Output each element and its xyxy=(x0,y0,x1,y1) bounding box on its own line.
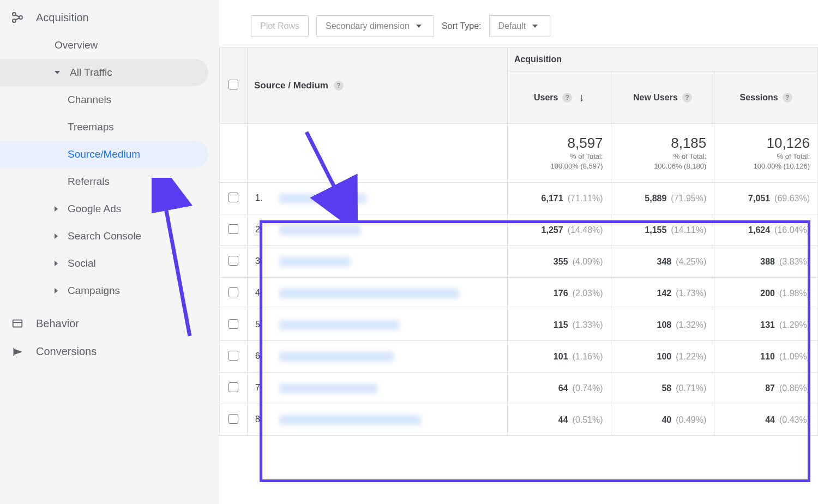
report-table: Source / Medium ? Acquisition Users ? ↓ xyxy=(219,47,818,436)
sidebar-item-channels[interactable]: Channels xyxy=(0,86,208,113)
table-row: 7.64(0.74%)58(0.71%)87(0.86%) xyxy=(220,373,818,404)
sidebar-item-label: Social xyxy=(68,257,96,269)
sessions-cell: 7,051(69.63%) xyxy=(714,183,818,214)
total-new-users: 8,185 % of Total: 100.06% (8,180) xyxy=(611,124,714,183)
sort-type-label: Sort Type: xyxy=(442,21,482,31)
column-header-sessions[interactable]: Sessions ? xyxy=(714,71,818,124)
sidebar-behavior-label: Behavior xyxy=(36,317,79,330)
sidebar-item-google-ads[interactable]: Google Ads xyxy=(0,195,208,223)
chevron-right-icon xyxy=(55,261,58,266)
sort-type-dropdown[interactable]: Default xyxy=(489,15,551,37)
row-checkbox[interactable] xyxy=(228,382,238,392)
redacted-source-medium xyxy=(279,194,366,203)
column-header-new-users[interactable]: New Users ? xyxy=(611,71,714,124)
sessions-cell: 388(3.83%) xyxy=(714,246,818,278)
conversions-icon xyxy=(11,346,24,357)
dimension-cell[interactable]: 2. xyxy=(247,214,507,246)
row-checkbox[interactable] xyxy=(228,351,238,361)
row-checkbox[interactable] xyxy=(228,224,238,234)
svg-point-0 xyxy=(13,13,16,16)
redacted-source-medium xyxy=(279,257,350,267)
help-icon[interactable]: ? xyxy=(334,81,344,91)
help-icon[interactable]: ? xyxy=(682,93,692,103)
secondary-dimension-dropdown[interactable]: Secondary dimension xyxy=(316,15,434,37)
chevron-down-icon xyxy=(416,25,422,28)
table-row: 6.101(1.16%)100(1.22%)110(1.09%) xyxy=(220,341,818,373)
total-sessions: 10,126 % of Total: 100.00% (10,126) xyxy=(714,124,818,183)
row-checkbox[interactable] xyxy=(228,256,238,266)
table-row: 2.1,257(14.48%)1,155(14.11%)1,624(16.04%… xyxy=(220,214,818,246)
new-users-cell: 58(0.71%) xyxy=(611,373,714,404)
new-users-cell: 40(0.49%) xyxy=(611,404,714,436)
dimension-cell[interactable]: 8. xyxy=(247,404,507,436)
sidebar-section-conversions[interactable]: Conversions xyxy=(0,338,219,365)
dimension-cell[interactable]: 7. xyxy=(247,373,507,404)
toolbar: Plot Rows Secondary dimension Sort Type:… xyxy=(219,10,818,47)
sessions-cell: 131(1.29%) xyxy=(714,309,818,341)
row-checkbox[interactable] xyxy=(228,287,238,297)
sidebar-item-label: Channels xyxy=(68,94,111,106)
row-checkbox[interactable] xyxy=(228,193,238,202)
svg-point-1 xyxy=(13,19,16,22)
sidebar-item-label: Referrals xyxy=(68,176,110,188)
chevron-down-icon xyxy=(55,71,60,74)
main-content: Plot Rows Secondary dimension Sort Type:… xyxy=(219,0,818,504)
sidebar-section-behavior[interactable]: Behavior xyxy=(0,310,219,338)
sidebar-item-overview[interactable]: Overview xyxy=(0,32,208,59)
sidebar-item-social[interactable]: Social xyxy=(0,250,208,277)
dimension-header-cell[interactable]: Source / Medium ? xyxy=(247,47,507,124)
select-all-cell xyxy=(220,47,248,124)
sidebar-item-campaigns[interactable]: Campaigns xyxy=(0,277,208,304)
dimension-header-label: Source / Medium xyxy=(254,80,328,91)
sidebar-section-acquisition[interactable]: Acquisition xyxy=(0,3,219,32)
sidebar-item-search-console[interactable]: Search Console xyxy=(0,223,208,250)
sessions-cell: 1,624(16.04%) xyxy=(714,214,818,246)
redacted-source-medium xyxy=(279,289,459,298)
table-row: 1.6,171(71.11%)5,889(71.95%)7,051(69.63%… xyxy=(220,183,818,214)
sidebar-item-label: Overview xyxy=(55,39,98,51)
help-icon[interactable]: ? xyxy=(783,93,792,103)
dimension-cell[interactable]: 3. xyxy=(247,246,507,278)
sidebar-item-all-traffic[interactable]: All Traffic xyxy=(0,59,208,86)
svg-line-4 xyxy=(16,18,20,20)
dimension-cell[interactable]: 6. xyxy=(247,341,507,373)
row-checkbox[interactable] xyxy=(228,319,238,329)
column-header-users[interactable]: Users ? ↓ xyxy=(507,71,611,124)
acquisition-group-header: Acquisition xyxy=(507,47,817,71)
sidebar-item-label: All Traffic xyxy=(70,67,112,79)
help-icon[interactable]: ? xyxy=(562,93,572,103)
row-checkbox[interactable] xyxy=(228,414,238,424)
dimension-cell[interactable]: 4. xyxy=(247,278,507,309)
redacted-source-medium xyxy=(279,415,421,425)
sidebar-item-treemaps[interactable]: Treemaps xyxy=(0,113,208,141)
sidebar: Acquisition OverviewAll TrafficChannelsT… xyxy=(0,0,219,504)
dimension-cell[interactable]: 5. xyxy=(247,309,507,341)
svg-point-2 xyxy=(19,16,22,19)
sort-desc-icon: ↓ xyxy=(579,91,584,104)
plot-rows-button[interactable]: Plot Rows xyxy=(251,15,309,37)
sidebar-item-referrals[interactable]: Referrals xyxy=(0,168,208,195)
chevron-down-icon xyxy=(532,25,538,28)
sessions-cell: 44(0.43%) xyxy=(714,404,818,436)
redacted-source-medium xyxy=(279,225,361,235)
sessions-cell: 200(1.98%) xyxy=(714,278,818,309)
new-users-cell: 100(1.22%) xyxy=(611,341,714,373)
new-users-cell: 108(1.32%) xyxy=(611,309,714,341)
sidebar-item-label: Google Ads xyxy=(68,203,121,215)
sidebar-item-label: Source/Medium xyxy=(68,148,140,160)
sort-type-value: Default xyxy=(498,21,526,31)
table-row: 3.355(4.09%)348(4.25%)388(3.83%) xyxy=(220,246,818,278)
sessions-cell: 110(1.09%) xyxy=(714,341,818,373)
select-all-checkbox[interactable] xyxy=(228,80,238,89)
svg-line-3 xyxy=(16,15,20,17)
behavior-icon xyxy=(11,318,24,330)
chevron-right-icon xyxy=(55,288,58,293)
sidebar-item-label: Treemaps xyxy=(68,121,114,133)
totals-row: 8,597 % of Total: 100.00% (8,597) 8,185 … xyxy=(220,124,818,183)
sidebar-item-source-medium[interactable]: Source/Medium xyxy=(0,141,208,168)
sidebar-item-label: Search Console xyxy=(68,230,141,242)
total-users: 8,597 % of Total: 100.00% (8,597) xyxy=(507,124,611,183)
table-row: 4.176(2.03%)142(1.73%)200(1.98%) xyxy=(220,278,818,309)
new-users-cell: 142(1.73%) xyxy=(611,278,714,309)
dimension-cell[interactable]: 1. xyxy=(247,183,507,214)
